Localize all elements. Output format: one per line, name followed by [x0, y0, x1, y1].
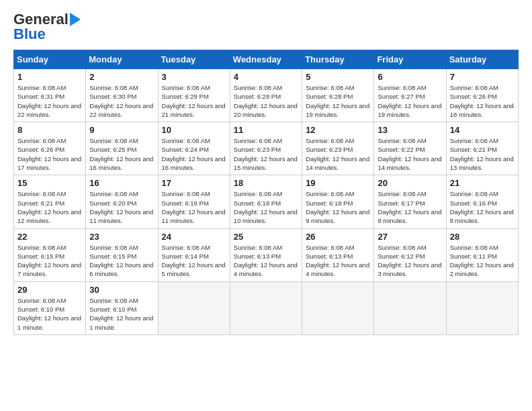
- calendar-day-cell: 12Sunrise: 6:08 AMSunset: 6:23 PMDayligh…: [302, 122, 374, 175]
- calendar-day-cell: 20Sunrise: 6:08 AMSunset: 6:17 PMDayligh…: [374, 175, 446, 228]
- calendar-day-cell: 22Sunrise: 6:08 AMSunset: 6:15 PMDayligh…: [14, 228, 86, 281]
- calendar-day-cell: 28Sunrise: 6:08 AMSunset: 6:11 PMDayligh…: [446, 228, 518, 281]
- weekday-header: Thursday: [302, 50, 374, 69]
- calendar-day-cell: 9Sunrise: 6:08 AMSunset: 6:25 PMDaylight…: [86, 122, 158, 175]
- calendar-day-cell: 3Sunrise: 6:08 AMSunset: 6:29 PMDaylight…: [158, 69, 230, 122]
- calendar-day-cell: 10Sunrise: 6:08 AMSunset: 6:24 PMDayligh…: [158, 122, 230, 175]
- calendar-day-cell: [230, 281, 302, 334]
- calendar-day-cell: 4Sunrise: 6:08 AMSunset: 6:28 PMDaylight…: [230, 69, 302, 122]
- calendar-day-cell: 2Sunrise: 6:08 AMSunset: 6:30 PMDaylight…: [86, 69, 158, 122]
- calendar-week-row: 15Sunrise: 6:08 AMSunset: 6:21 PMDayligh…: [14, 175, 519, 228]
- calendar-day-cell: [374, 281, 446, 334]
- page-header: General Blue: [13, 11, 519, 43]
- calendar-day-cell: [446, 281, 518, 334]
- weekday-header: Monday: [86, 50, 158, 69]
- calendar-day-cell: 29Sunrise: 6:08 AMSunset: 6:10 PMDayligh…: [14, 281, 86, 334]
- calendar-day-cell: 8Sunrise: 6:08 AMSunset: 6:26 PMDaylight…: [14, 122, 86, 175]
- calendar-day-cell: 26Sunrise: 6:08 AMSunset: 6:13 PMDayligh…: [302, 228, 374, 281]
- calendar-day-cell: 27Sunrise: 6:08 AMSunset: 6:12 PMDayligh…: [374, 228, 446, 281]
- weekday-header-row: SundayMondayTuesdayWednesdayThursdayFrid…: [14, 50, 519, 69]
- calendar-day-cell: 16Sunrise: 6:08 AMSunset: 6:20 PMDayligh…: [86, 175, 158, 228]
- logo-text-blue: Blue: [13, 26, 46, 43]
- calendar-day-cell: 24Sunrise: 6:08 AMSunset: 6:14 PMDayligh…: [158, 228, 230, 281]
- weekday-header: Tuesday: [158, 50, 230, 69]
- weekday-header: Wednesday: [230, 50, 302, 69]
- calendar-day-cell: 15Sunrise: 6:08 AMSunset: 6:21 PMDayligh…: [14, 175, 86, 228]
- calendar-week-row: 22Sunrise: 6:08 AMSunset: 6:15 PMDayligh…: [14, 228, 519, 281]
- calendar-day-cell: 7Sunrise: 6:08 AMSunset: 6:26 PMDaylight…: [446, 69, 518, 122]
- calendar-day-cell: 25Sunrise: 6:08 AMSunset: 6:13 PMDayligh…: [230, 228, 302, 281]
- calendar-table: SundayMondayTuesdayWednesdayThursdayFrid…: [13, 50, 519, 335]
- weekday-header: Sunday: [14, 50, 86, 69]
- calendar-day-cell: 17Sunrise: 6:08 AMSunset: 6:19 PMDayligh…: [158, 175, 230, 228]
- calendar-day-cell: 18Sunrise: 6:08 AMSunset: 6:18 PMDayligh…: [230, 175, 302, 228]
- calendar-day-cell: 14Sunrise: 6:08 AMSunset: 6:21 PMDayligh…: [446, 122, 518, 175]
- calendar-day-cell: 6Sunrise: 6:08 AMSunset: 6:27 PMDaylight…: [374, 69, 446, 122]
- calendar-day-cell: 11Sunrise: 6:08 AMSunset: 6:23 PMDayligh…: [230, 122, 302, 175]
- calendar-week-row: 29Sunrise: 6:08 AMSunset: 6:10 PMDayligh…: [14, 281, 519, 334]
- logo: General Blue: [13, 11, 81, 43]
- weekday-header: Saturday: [446, 50, 518, 69]
- calendar-day-cell: 23Sunrise: 6:08 AMSunset: 6:15 PMDayligh…: [86, 228, 158, 281]
- logo-arrow-icon: [70, 13, 81, 26]
- calendar-day-cell: 30Sunrise: 6:08 AMSunset: 6:10 PMDayligh…: [86, 281, 158, 334]
- calendar-day-cell: [158, 281, 230, 334]
- weekday-header: Friday: [374, 50, 446, 69]
- calendar-week-row: 8Sunrise: 6:08 AMSunset: 6:26 PMDaylight…: [14, 122, 519, 175]
- calendar-day-cell: 19Sunrise: 6:08 AMSunset: 6:18 PMDayligh…: [302, 175, 374, 228]
- calendar-day-cell: [302, 281, 374, 334]
- calendar-day-cell: 21Sunrise: 6:08 AMSunset: 6:16 PMDayligh…: [446, 175, 518, 228]
- calendar-week-row: 1Sunrise: 6:08 AMSunset: 6:31 PMDaylight…: [14, 69, 519, 122]
- calendar-day-cell: 1Sunrise: 6:08 AMSunset: 6:31 PMDaylight…: [14, 69, 86, 122]
- calendar-day-cell: 5Sunrise: 6:08 AMSunset: 6:28 PMDaylight…: [302, 69, 374, 122]
- calendar-day-cell: 13Sunrise: 6:08 AMSunset: 6:22 PMDayligh…: [374, 122, 446, 175]
